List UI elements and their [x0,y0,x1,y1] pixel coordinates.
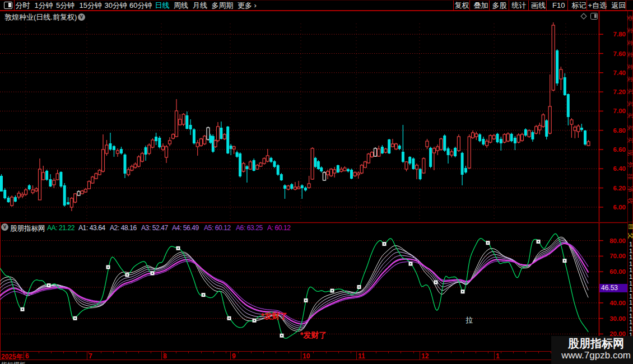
svg-text:40.00: 40.00 [609,300,626,306]
svg-text:7.40: 7.40 [613,69,626,76]
svg-text:6.80: 6.80 [613,127,626,134]
svg-text:30.00: 30.00 [609,315,626,322]
svg-text:7.00: 7.00 [613,108,626,114]
svg-text:80.00: 80.00 [609,237,626,244]
svg-text:7.20: 7.20 [613,88,626,95]
svg-text:7.60: 7.60 [613,50,626,57]
svg-text:6.20: 6.20 [613,185,626,192]
svg-text:6.40: 6.40 [613,165,626,172]
svg-text:60.00: 60.00 [609,268,626,275]
svg-text:7.80: 7.80 [613,31,626,38]
svg-text:70.00: 70.00 [609,253,626,259]
svg-text:6.00: 6.00 [613,204,626,211]
svg-text:6.60: 6.60 [613,146,626,153]
